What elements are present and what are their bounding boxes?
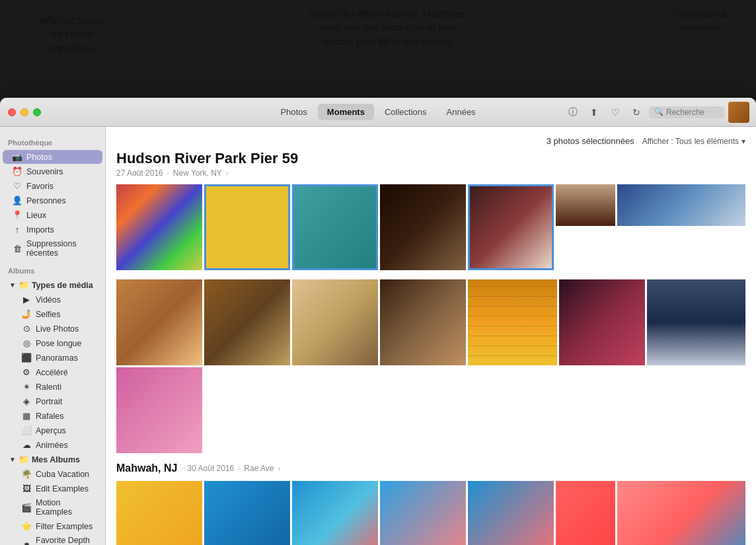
live-icon: ⊙ bbox=[21, 324, 32, 334]
heart-icon[interactable]: ♡ bbox=[607, 104, 624, 121]
sidebar-item-personnes[interactable]: 👤 Personnes bbox=[3, 194, 102, 207]
selection-bar: 3 photos sélectionnées Afficher : Tous l… bbox=[116, 136, 745, 146]
sidebar-item-accelere[interactable]: ⚙ Accéléré bbox=[3, 365, 102, 379]
sidebar-item-suppressions[interactable]: 🗑 Suppressions récentes bbox=[3, 237, 102, 260]
search-input[interactable] bbox=[666, 108, 719, 117]
photo-thumb[interactable] bbox=[468, 279, 557, 365]
sidebar-item-edit[interactable]: 🖼 Edit Examples bbox=[3, 482, 102, 495]
photo-thumb[interactable] bbox=[380, 481, 466, 545]
photo-thumb[interactable] bbox=[647, 279, 745, 365]
tooltip-center: Utilisez les filtres Favoris, Modifiées,… bbox=[309, 7, 469, 48]
photo-thumb[interactable] bbox=[617, 481, 745, 545]
arrow-icon[interactable]: › bbox=[226, 169, 229, 177]
ralenti-icon: ✴ bbox=[21, 382, 32, 392]
tab-annees[interactable]: Années bbox=[437, 104, 485, 120]
sidebar-item-lieux[interactable]: 📍 Lieux bbox=[3, 208, 102, 222]
photo-thumb[interactable] bbox=[617, 184, 745, 226]
rotate-icon[interactable]: ↻ bbox=[628, 104, 645, 121]
maximize-button[interactable] bbox=[33, 108, 41, 116]
photo-thumb[interactable] bbox=[204, 184, 290, 270]
sidebar-label-cuba: Cuba Vacation bbox=[36, 470, 89, 479]
photo-thumb[interactable] bbox=[559, 279, 645, 365]
cuba-icon: 🌴 bbox=[21, 469, 32, 479]
rafales-icon: ▦ bbox=[21, 411, 32, 421]
sidebar-label-photos: Photos bbox=[26, 153, 52, 162]
sidebar-group-mes-albums[interactable]: ▼ 📁 Mes Albums bbox=[3, 453, 102, 466]
sidebar-item-ralenti[interactable]: ✴ Ralenti bbox=[3, 380, 102, 394]
favoris-icon: ♡ bbox=[12, 181, 22, 191]
sidebar-item-cuba[interactable]: 🌴 Cuba Vacation bbox=[3, 467, 102, 481]
tooltip-left: Affichez toutes les photos importées. bbox=[40, 7, 104, 55]
photo-thumb[interactable] bbox=[380, 184, 466, 270]
moment1-header: Hudson River Park Pier 59 27 Août 2016 ·… bbox=[116, 150, 745, 178]
sidebar-item-filter[interactable]: ⭐ Filter Examples bbox=[3, 519, 102, 533]
moment1-meta: 27 Août 2016 · New York, NY › bbox=[116, 168, 745, 178]
sidebar-item-live[interactable]: ⊙ Live Photos bbox=[3, 322, 102, 336]
sidebar-label-imports: Imports bbox=[26, 225, 54, 235]
sidebar-item-favoris[interactable]: ♡ Favoris bbox=[3, 179, 102, 193]
minimize-button[interactable] bbox=[20, 108, 28, 116]
photo-thumb[interactable] bbox=[116, 184, 202, 270]
sidebar-item-souvenirs[interactable]: ⏰ Souvenirs bbox=[3, 164, 102, 178]
sidebar-label-edit: Edit Examples bbox=[36, 484, 89, 493]
suppressions-icon: 🗑 bbox=[12, 244, 22, 254]
sidebar-item-animees[interactable]: ☁ Animées bbox=[3, 438, 102, 452]
chevron-down-icon: ▼ bbox=[9, 281, 16, 289]
chevron-down-icon-2: ▼ bbox=[9, 456, 16, 463]
photo-thumb[interactable] bbox=[116, 367, 202, 453]
photo-thumb[interactable] bbox=[292, 279, 378, 365]
sidebar-item-favorite-depth[interactable]: ✸ Favorite Depth Phot... bbox=[3, 534, 102, 545]
tab-moments[interactable]: Moments bbox=[318, 104, 374, 120]
photo-thumb[interactable] bbox=[204, 279, 290, 365]
edit-icon: 🖼 bbox=[21, 484, 32, 493]
sidebar-item-imports[interactable]: ↑ Imports bbox=[3, 223, 102, 236]
photo-thumb[interactable] bbox=[468, 481, 554, 545]
imports-icon: ↑ bbox=[12, 225, 22, 235]
photo-thumb[interactable] bbox=[556, 184, 615, 226]
close-button[interactable] bbox=[8, 108, 16, 116]
arrow-icon-2[interactable]: › bbox=[278, 464, 280, 472]
sidebar-label-pose: Pose longue bbox=[36, 339, 82, 348]
sidebar-group-types[interactable]: ▼ 📁 Types de média bbox=[3, 278, 102, 292]
share-icon[interactable]: ⬆ bbox=[586, 104, 603, 121]
sidebar-label-videos: Vidéos bbox=[36, 295, 61, 305]
info-icon[interactable]: ⓘ bbox=[564, 104, 582, 121]
photo-grid-2 bbox=[116, 279, 745, 453]
tab-collections[interactable]: Collections bbox=[375, 104, 436, 120]
photo-thumb[interactable] bbox=[204, 481, 290, 545]
sidebar-item-photos[interactable]: 📷 Photos bbox=[3, 150, 102, 164]
sidebar-label-souvenirs: Souvenirs bbox=[26, 167, 63, 176]
sidebar-item-apercus[interactable]: ⬜ Aperçus bbox=[3, 423, 102, 437]
videos-icon: ▶ bbox=[21, 295, 32, 305]
moment1-date: 27 Août 2016 bbox=[116, 168, 163, 178]
sidebar-item-panoramas[interactable]: ⬛ Panoramas bbox=[3, 351, 102, 365]
chevron-down-icon-filter: ▾ bbox=[741, 137, 745, 146]
sidebar-label-rafales: Rafales bbox=[36, 412, 63, 421]
sidebar-label-animees: Animées bbox=[36, 441, 68, 450]
moment1-location: New York, NY bbox=[173, 168, 222, 178]
photo-thumb[interactable] bbox=[468, 184, 554, 270]
sidebar-label-lieux: Lieux bbox=[26, 211, 46, 220]
sidebar-item-pose[interactable]: ◎ Pose longue bbox=[3, 336, 102, 350]
sidebar-item-rafales[interactable]: ▦ Rafales bbox=[3, 409, 102, 423]
tab-photos[interactable]: Photos bbox=[271, 104, 316, 120]
sidebar-label-personnes: Personnes bbox=[26, 196, 66, 205]
nav-tabs: Photos Moments Collections Années bbox=[271, 104, 484, 120]
photo-thumb[interactable] bbox=[116, 481, 202, 545]
photo-thumb[interactable] bbox=[116, 279, 202, 365]
photo-thumb[interactable] bbox=[556, 481, 615, 545]
sidebar-item-selfies[interactable]: 🤳 Selfies bbox=[3, 307, 102, 321]
moment2-header: Mahwah, NJ · 30 Août 2016 · Rae Ave › bbox=[116, 462, 745, 474]
sidebar-label-panoramas: Panoramas bbox=[36, 353, 78, 363]
panoramas-icon: ⬛ bbox=[21, 353, 32, 363]
search-box[interactable]: 🔍 bbox=[649, 106, 724, 118]
photo-thumb[interactable] bbox=[380, 279, 466, 365]
sidebar-item-portrait[interactable]: ◈ Portrait bbox=[3, 394, 102, 408]
sidebar-item-motion[interactable]: 🎬 Motion Examples bbox=[3, 496, 102, 519]
sidebar-item-videos[interactable]: ▶ Vidéos bbox=[3, 293, 102, 307]
photo-thumb[interactable] bbox=[292, 184, 378, 270]
filter-dropdown[interactable]: Afficher : Tous les éléments ▾ bbox=[642, 137, 745, 146]
sidebar-label-portrait: Portrait bbox=[36, 397, 62, 406]
sidebar-label-selfies: Selfies bbox=[36, 310, 61, 319]
photo-thumb[interactable] bbox=[292, 481, 378, 545]
